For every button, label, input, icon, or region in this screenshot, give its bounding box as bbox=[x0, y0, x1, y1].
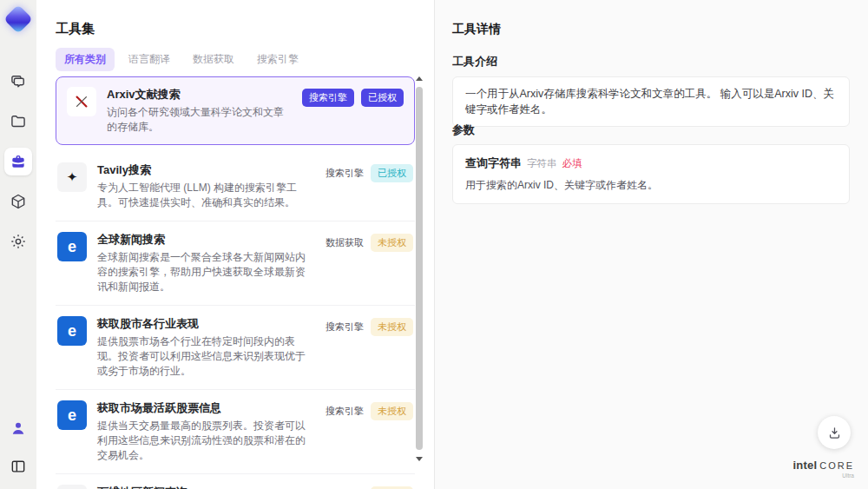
sparkle-icon: ✦ bbox=[57, 162, 87, 192]
auth-status-badge: 已授权 bbox=[361, 89, 404, 107]
category-badge: 搜索引擎 bbox=[302, 89, 354, 107]
arxiv-icon bbox=[67, 87, 96, 116]
regional-news-icon bbox=[57, 485, 87, 489]
gear-icon[interactable] bbox=[4, 228, 32, 255]
tool-item-sector-performance[interactable]: e 获取股市各行业表现 提供股票市场各个行业在特定时间段内的表现。投资者可以利用… bbox=[56, 305, 415, 389]
rail-nav bbox=[0, 68, 36, 255]
tab-data-acquisition[interactable]: 数据获取 bbox=[184, 48, 243, 71]
category-badge: 搜索引擎 bbox=[326, 164, 364, 182]
scrollbar-thumb[interactable] bbox=[416, 87, 423, 450]
list-scrollbar[interactable] bbox=[415, 76, 424, 472]
intro-text: 一个用于从Arxiv存储库搜索科学论文和文章的工具。 输入可以是Arxiv ID… bbox=[465, 88, 834, 116]
download-button[interactable] bbox=[818, 416, 851, 449]
param-type: 字符串 bbox=[527, 158, 557, 169]
rail-bottom bbox=[0, 414, 36, 480]
user-icon[interactable] bbox=[4, 414, 32, 442]
app-logo[interactable] bbox=[3, 4, 33, 34]
param-description: 用于搜索的Arxiv ID、关键字或作者姓名。 bbox=[465, 178, 837, 193]
category-tabs: 所有类别 语言翻译 数据获取 搜索引擎 bbox=[56, 48, 307, 71]
tool-description: 提供股票市场各个行业在特定时间段内的表现。投资者可以利用这些信息来识别表现优于或… bbox=[97, 334, 314, 379]
tool-description: 访问各个研究领域大量科学论文和文章的存储库。 bbox=[107, 105, 292, 135]
tool-detail-panel: 工具详情 工具介绍 一个用于从Arxiv存储库搜索科学论文和文章的工具。 输入可… bbox=[434, 0, 868, 489]
tab-language-translation[interactable]: 语言翻译 bbox=[120, 48, 179, 71]
tool-description: 专为人工智能代理 (LLM) 构建的搜索引擎工具。可快速提供实时、准确和真实的结… bbox=[97, 181, 314, 210]
news-api-icon: e bbox=[57, 232, 87, 261]
category-badge: 搜索引擎 bbox=[326, 402, 364, 420]
param-name: 查询字符串 bbox=[465, 156, 522, 169]
folder-icon[interactable] bbox=[4, 108, 32, 135]
intro-card: 一个用于从Arxiv存储库搜索科学论文和文章的工具。 输入可以是Arxiv ID… bbox=[452, 76, 850, 127]
tool-title: 全球新闻搜索 bbox=[97, 232, 314, 248]
intel-core-logo: intelcore Ultra bbox=[792, 458, 854, 479]
cube-icon[interactable] bbox=[4, 188, 32, 215]
tool-title: Arxiv文献搜索 bbox=[107, 87, 292, 102]
tools-panel: 工具集 所有类别 语言翻译 数据获取 搜索引擎 Arxiv文献搜索 访问各个研究… bbox=[36, 0, 434, 489]
page-title: 工具集 bbox=[56, 21, 95, 37]
tool-item-arxiv[interactable]: Arxiv文献搜索 访问各个研究领域大量科学论文和文章的存储库。 搜索引擎 已授… bbox=[56, 76, 415, 145]
chat-icon[interactable] bbox=[4, 68, 32, 96]
category-badge: 数据获取 bbox=[326, 234, 364, 252]
auth-status-badge: 未授权 bbox=[371, 234, 413, 252]
tab-all-categories[interactable]: 所有类别 bbox=[56, 48, 115, 71]
stock-api-icon: e bbox=[57, 400, 87, 430]
tool-item-tavily[interactable]: ✦ Tavily搜索 专为人工智能代理 (LLM) 构建的搜索引擎工具。可快速提… bbox=[56, 152, 415, 221]
core-brand-text: core bbox=[819, 460, 854, 471]
icon-rail bbox=[0, 0, 36, 489]
scroll-down-button[interactable] bbox=[416, 457, 423, 461]
toolbox-icon[interactable] bbox=[4, 148, 32, 175]
panel-toggle-icon[interactable] bbox=[4, 453, 32, 480]
download-icon bbox=[827, 426, 842, 440]
brand-sub-text: Ultra bbox=[792, 473, 854, 479]
tab-search-engine[interactable]: 搜索引擎 bbox=[248, 48, 307, 71]
stock-api-icon: e bbox=[57, 316, 87, 346]
tool-item-regional-news[interactable]: 万维地区新闻查询 查询具体行政区划内的新闻，快速了解各地新闻动 搜索引擎 未授权 bbox=[56, 473, 415, 489]
scroll-up-button[interactable] bbox=[416, 76, 423, 81]
detail-title: 工具详情 bbox=[452, 22, 501, 37]
intro-heading: 工具介绍 bbox=[452, 54, 497, 69]
params-heading: 参数 bbox=[452, 122, 475, 138]
tool-title: Tavily搜索 bbox=[97, 162, 314, 178]
tool-description: 全球新闻搜索是一个聚合全球各大新闻网站内容的搜索引擎，帮助用户快速获取全球最新资… bbox=[97, 250, 314, 294]
param-card: 查询字符串字符串必填 用于搜索的Arxiv ID、关键字或作者姓名。 bbox=[452, 144, 850, 204]
tool-description: 提供当天交易量最高的股票列表。投资者可以利用这些信息来识别流动性强的股票和潜在的… bbox=[97, 419, 314, 463]
tool-title: 万维地区新闻查询 bbox=[97, 485, 314, 489]
intel-brand-text: intel bbox=[792, 459, 817, 472]
auth-status-badge: 未授权 bbox=[371, 402, 413, 420]
tool-title: 获取市场最活跃股票信息 bbox=[97, 400, 314, 416]
category-badge: 搜索引擎 bbox=[326, 318, 364, 336]
tool-item-global-news[interactable]: e 全球新闻搜索 全球新闻搜索是一个聚合全球各大新闻网站内容的搜索引擎，帮助用户… bbox=[56, 221, 415, 305]
auth-status-badge: 未授权 bbox=[371, 318, 413, 336]
tool-item-most-active-stocks[interactable]: e 获取市场最活跃股票信息 提供当天交易量最高的股票列表。投资者可以利用这些信息… bbox=[56, 389, 415, 473]
tool-list: Arxiv文献搜索 访问各个研究领域大量科学论文和文章的存储库。 搜索引擎 已授… bbox=[56, 76, 415, 489]
tool-title: 获取股市各行业表现 bbox=[97, 316, 314, 332]
param-required-flag: 必填 bbox=[562, 158, 582, 169]
auth-status-badge: 已授权 bbox=[371, 164, 413, 182]
